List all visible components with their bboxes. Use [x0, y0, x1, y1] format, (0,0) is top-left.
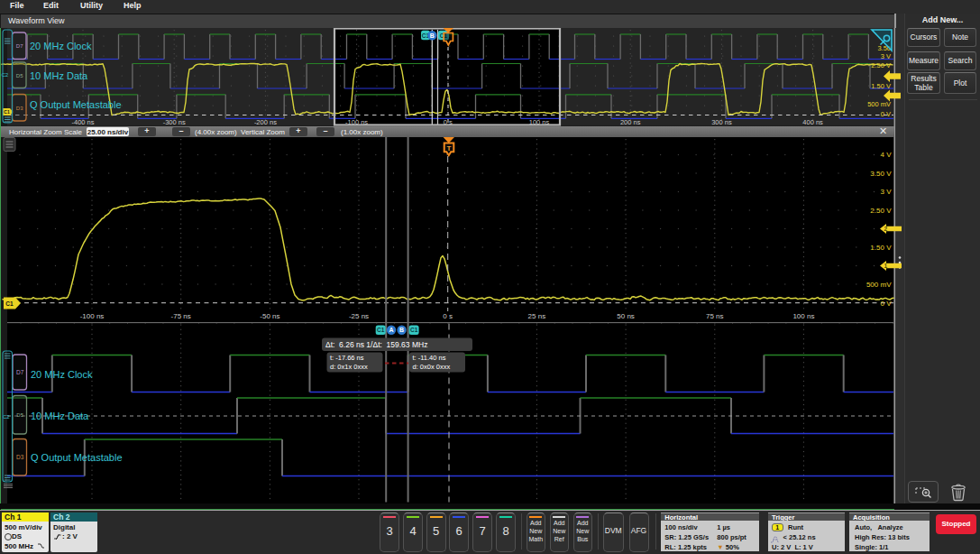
svg-text:3 V: 3 V — [880, 188, 892, 196]
svg-text:300 ns: 300 ns — [711, 118, 732, 126]
svg-text:Δt: 6.26 ns 1/Δt: 159.63 MHz: Δt: 6.26 ns 1/Δt: 159.63 MHz — [325, 340, 427, 349]
svg-text:B: B — [430, 32, 435, 39]
svg-text:1.50 V: 1.50 V — [871, 82, 891, 90]
svg-text:B: B — [399, 327, 404, 333]
svg-text:0 s: 0 s — [443, 312, 453, 320]
svg-text:-25 ns: -25 ns — [349, 312, 369, 320]
svg-text:C1: C1 — [4, 109, 10, 115]
svg-text:A: A — [389, 327, 393, 333]
svg-text:25 ns: 25 ns — [528, 312, 546, 320]
svg-text:D3: D3 — [16, 106, 23, 111]
svg-text:C1: C1 — [377, 327, 385, 333]
svg-text:-200 ns: -200 ns — [254, 118, 277, 126]
svg-text:10 MHz Data: 10 MHz Data — [30, 70, 88, 81]
svg-text:200 ns: 200 ns — [620, 118, 641, 126]
svg-text:t: -17.66 ns: t: -17.66 ns — [330, 354, 364, 362]
svg-text:D5: D5 — [16, 412, 23, 418]
svg-text:t: -11.40 ns: t: -11.40 ns — [413, 354, 446, 362]
svg-text:-75 ns: -75 ns — [171, 312, 191, 320]
svg-text:d: 0x1x 0xxx: d: 0x1x 0xxx — [330, 363, 368, 371]
svg-text:-400 ns: -400 ns — [71, 118, 94, 126]
svg-text:100 ns: 100 ns — [792, 312, 814, 320]
svg-text:500 mV: 500 mV — [867, 100, 891, 108]
svg-text:T: T — [447, 144, 452, 152]
svg-text:D7: D7 — [16, 369, 24, 375]
svg-text:-300 ns: -300 ns — [163, 118, 186, 126]
svg-text:4 V: 4 V — [880, 151, 892, 159]
svg-text:1.50 V: 1.50 V — [870, 244, 892, 252]
svg-text:D7: D7 — [16, 43, 23, 49]
svg-text:3.50 V: 3.50 V — [870, 170, 892, 178]
svg-text:d: 0x0x 0xxx: d: 0x0x 0xxx — [413, 363, 451, 371]
svg-text:0 V: 0 V — [880, 300, 892, 308]
svg-text:0 V: 0 V — [881, 110, 891, 118]
svg-text:50 ns: 50 ns — [617, 312, 635, 320]
svg-text:2.50 V: 2.50 V — [870, 207, 892, 215]
svg-text:75 ns: 75 ns — [706, 312, 724, 320]
svg-text:-50 ns: -50 ns — [260, 312, 279, 320]
svg-text:400 ns: 400 ns — [802, 118, 823, 126]
svg-text:2: 2 — [884, 226, 887, 232]
svg-text:20 MHz Clock: 20 MHz Clock — [31, 369, 93, 380]
svg-text:1: 1 — [884, 263, 887, 269]
svg-text:C1: C1 — [410, 327, 418, 333]
svg-text:C2: C2 — [3, 414, 10, 420]
svg-text:C1: C1 — [5, 300, 14, 307]
svg-text:2.50 V: 2.50 V — [871, 61, 891, 69]
svg-text:D3: D3 — [16, 454, 24, 460]
svg-text:-100 ns: -100 ns — [80, 312, 105, 320]
svg-text:Q Output Metastable: Q Output Metastable — [31, 452, 123, 463]
svg-text:Q Output Metastable: Q Output Metastable — [30, 99, 122, 110]
svg-text:500 mV: 500 mV — [866, 281, 892, 289]
svg-text:D5: D5 — [16, 73, 23, 78]
svg-text:20 MHz Clock: 20 MHz Clock — [30, 41, 92, 51]
svg-text:10 MHz Data: 10 MHz Data — [31, 411, 89, 421]
svg-text:3 V: 3 V — [881, 52, 891, 60]
